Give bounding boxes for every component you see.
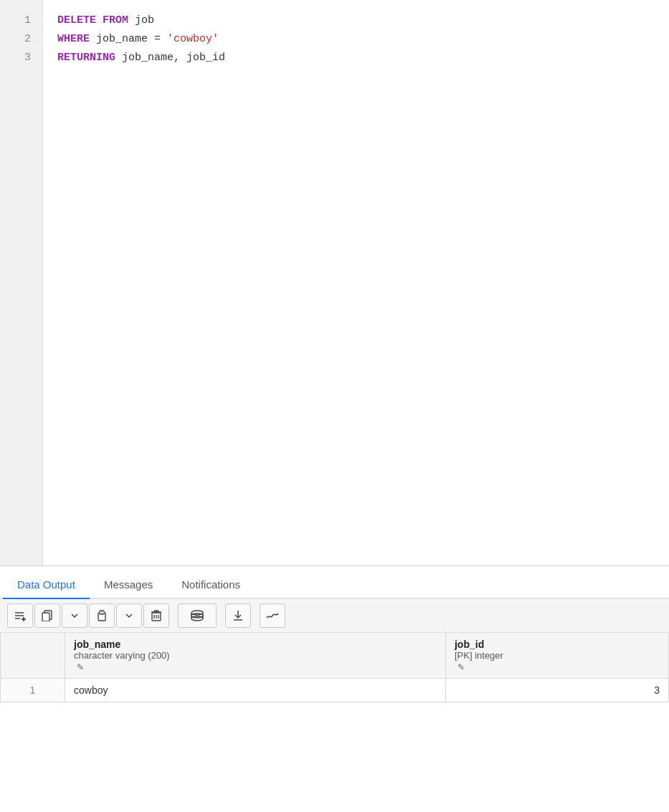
header-row-num [1,633,65,679]
graph-button[interactable] [260,603,285,628]
add-rows-icon [14,610,27,621]
code-table-name: job [128,12,154,29]
editor-area: 1 2 3 DELETE FROM job WHERE job_name = '… [0,0,669,566]
chevron-down2-icon [125,613,133,618]
chevron-down-icon [71,613,78,618]
line-number-3: 3 [24,49,31,67]
code-line-1: DELETE FROM job [57,11,655,30]
results-toolbar [0,599,669,633]
code-returning-cols: job_name, job_id [115,49,225,67]
line-numbers: 1 2 3 [0,0,43,565]
string-value-cowboy: 'cowboy' [167,31,219,48]
results-table: job_name character varying (200) ✎ job_i… [0,633,669,702]
tabs-bar: Data Output Messages Notifications [0,566,669,599]
col-name-job-id: job_id [455,639,660,650]
paste-chevron-button[interactable] [116,603,142,628]
copy-icon [42,610,53,621]
row-num-1: 1 [1,679,65,702]
save-icon [190,610,204,621]
tab-notifications[interactable]: Notifications [167,571,255,599]
code-editor[interactable]: DELETE FROM job WHERE job_name = 'cowboy… [43,0,669,565]
table-row: 1 cowboy 3 [1,679,669,702]
paste-icon [96,610,108,621]
code-condition-lhs: job_name = [90,31,167,48]
graph-icon [266,611,279,621]
delete-row-button[interactable] [143,603,169,628]
keyword-delete: DELETE FROM [57,12,128,29]
tab-data-output[interactable]: Data Output [3,571,90,599]
copy-button[interactable] [34,603,60,628]
col-type-job-id: [PK] integer [455,650,660,661]
svg-rect-6 [42,613,49,621]
code-line-3: RETURNING job_name, job_id [57,49,655,67]
line-number-1: 1 [24,11,31,30]
tab-messages[interactable]: Messages [90,571,167,599]
edit-job-name-icon[interactable]: ✎ [77,662,84,672]
header-job-name: job_name character varying (200) ✎ [65,633,446,679]
add-row-button[interactable] [7,603,33,628]
cell-job-id-1[interactable]: 3 [445,679,668,702]
delete-icon [151,610,161,621]
results-area: job_name character varying (200) ✎ job_i… [0,633,669,702]
copy-chevron-button[interactable] [62,603,87,628]
line-number-2: 2 [24,30,31,49]
keyword-returning: RETURNING [57,49,115,67]
svg-point-20 [191,613,203,618]
col-name-job-name: job_name [74,639,437,650]
save-data-button[interactable] [178,603,217,628]
svg-rect-9 [100,611,104,613]
download-button[interactable] [225,603,251,628]
download-icon [233,610,243,621]
paste-button[interactable] [89,603,115,628]
edit-job-id-icon[interactable]: ✎ [457,662,465,672]
keyword-where: WHERE [57,31,90,48]
header-job-id: job_id [PK] integer ✎ [445,633,668,679]
svg-rect-12 [154,611,158,612]
col-type-job-name: character varying (200) [74,650,437,661]
cell-job-name-1[interactable]: cowboy [65,679,446,702]
code-line-2: WHERE job_name = 'cowboy' [57,30,655,49]
